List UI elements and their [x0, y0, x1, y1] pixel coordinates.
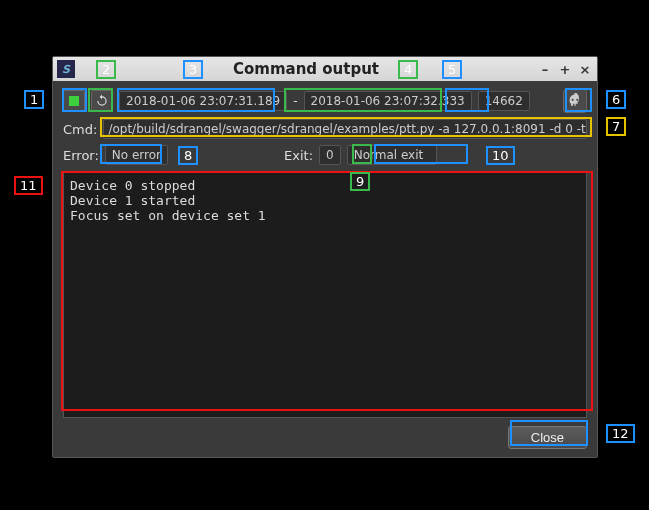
app-icon: S — [57, 60, 75, 78]
callout-12: 12 — [606, 424, 635, 443]
callout-5: 5 — [442, 60, 462, 79]
callout-11: 11 — [14, 176, 43, 195]
callout-10: 10 — [486, 146, 515, 165]
callout-2: 2 — [96, 60, 116, 79]
minimize-button[interactable]: – — [537, 61, 553, 77]
end-time-chip: 2018-01-06 23:07:32.333 — [304, 91, 472, 111]
cmd-field: /opt/build/sdrangel/swagger/sdrangel/exa… — [103, 119, 587, 139]
callout-9: 9 — [350, 172, 370, 191]
stop-button[interactable] — [63, 90, 85, 112]
titlebar: S Command output – + × — [53, 57, 597, 81]
maximize-button[interactable]: + — [557, 61, 573, 77]
callout-3: 3 — [183, 60, 203, 79]
callout-8: 8 — [178, 146, 198, 165]
skull-icon — [567, 93, 583, 109]
cmd-row: Cmd: /opt/build/sdrangel/swagger/sdrange… — [63, 119, 587, 139]
callout-7: 7 — [606, 117, 626, 136]
pid-chip: 14662 — [478, 91, 530, 111]
dialog-button-row: Close — [63, 424, 587, 449]
log-output[interactable]: Device 0 stopped Device 1 started Focus … — [63, 171, 587, 418]
reload-icon — [95, 94, 109, 108]
command-output-window: S Command output – + × 2018-01-06 23:07:… — [52, 56, 598, 458]
content-area: 2018-01-06 23:07:31.189 - 2018-01-06 23:… — [53, 81, 597, 457]
error-label: Error: — [63, 148, 99, 163]
error-value: No error — [105, 145, 168, 165]
reload-button[interactable] — [91, 90, 113, 112]
dash-separator: - — [293, 94, 297, 108]
stop-icon — [69, 96, 79, 106]
window-title: Command output — [79, 60, 533, 78]
start-time-chip: 2018-01-06 23:07:31.189 — [119, 91, 287, 111]
callout-4: 4 — [398, 60, 418, 79]
exit-text: Normal exit — [347, 145, 437, 165]
callout-6: 6 — [606, 90, 626, 109]
window-buttons: – + × — [537, 61, 593, 77]
exit-code: 0 — [319, 145, 341, 165]
exit-label: Exit: — [284, 148, 313, 163]
callout-1: 1 — [24, 90, 44, 109]
close-window-button[interactable]: × — [577, 61, 593, 77]
kill-button[interactable] — [563, 89, 587, 113]
cmd-label: Cmd: — [63, 122, 97, 137]
close-button[interactable]: Close — [508, 426, 587, 449]
run-info-row: 2018-01-06 23:07:31.189 - 2018-01-06 23:… — [63, 89, 587, 113]
